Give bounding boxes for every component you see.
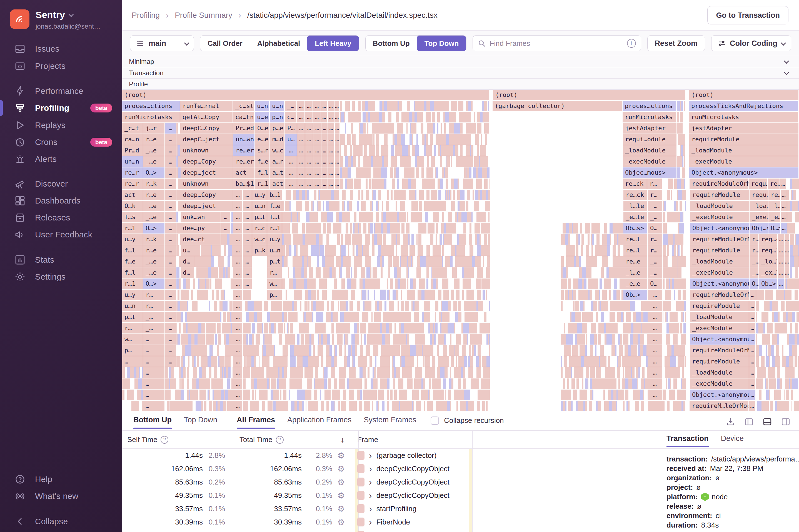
tab-top-down[interactable]: Top Down [184, 416, 217, 429]
flame-frame[interactable]: _e…le [624, 212, 648, 223]
flame-frames-cluster[interactable] [176, 123, 181, 134]
flame-frame[interactable]: … [749, 345, 756, 356]
flame-frame[interactable]: Pr…ed [234, 123, 255, 134]
flame-frames-cluster[interactable] [282, 290, 490, 300]
flame-frame[interactable]: deep…ject [181, 167, 234, 178]
flame-frame[interactable]: O… [749, 279, 759, 289]
collapse-recursion-checkbox[interactable] [431, 417, 439, 425]
flame-frame[interactable]: s…r [255, 145, 270, 156]
flame-frames-cluster[interactable] [165, 401, 181, 411]
flame-frame[interactable]: u…n [270, 101, 285, 111]
flame-frame[interactable]: _loadModule [690, 201, 749, 211]
flame-frame[interactable]: … [143, 390, 165, 400]
flame-frames-cluster[interactable] [663, 234, 678, 245]
flame-frame[interactable]: p…t [122, 312, 143, 322]
flame-frame[interactable]: _… [648, 201, 663, 211]
flame-frames-cluster[interactable] [678, 201, 686, 211]
flame-frame[interactable]: proces…ctions [122, 101, 180, 111]
flame-frames-cluster[interactable] [230, 223, 234, 233]
flame-frame[interactable]: … [243, 212, 252, 223]
sidebar-item-user-feedback[interactable]: User Feedback [0, 227, 122, 242]
flame-frame[interactable]: u…y [267, 234, 282, 245]
flame-frame[interactable]: … [648, 334, 663, 345]
flame-frame[interactable]: b…1 [267, 190, 282, 200]
flame-frame[interactable]: _…e [143, 212, 165, 223]
flame-frames-cluster[interactable] [165, 367, 181, 378]
flame-frame[interactable]: Object.<anonymous> [690, 223, 749, 233]
flame-frame[interactable]: a…t [270, 167, 285, 178]
flame-frame[interactable]: r…c [252, 223, 267, 233]
flame-frames-cluster[interactable] [176, 312, 181, 322]
flame-frames-cluster[interactable] [282, 267, 490, 278]
flame-frame[interactable]: unknown [181, 178, 234, 189]
flame-frame[interactable]: … [234, 223, 243, 233]
frame-cell[interactable]: ›FiberNode [350, 517, 658, 527]
flame-frame[interactable]: … [165, 234, 176, 245]
flame-frame[interactable]: r…e [143, 134, 165, 145]
tab-application-frames[interactable]: Application Frames [287, 416, 351, 429]
flame-frames-cluster[interactable] [677, 378, 686, 389]
flame-frames-cluster[interactable] [282, 256, 490, 267]
flame-frames-cluster[interactable] [340, 112, 489, 122]
flame-frame[interactable]: … [243, 256, 252, 267]
flame-frames-cluster[interactable] [756, 290, 799, 300]
sidebar-item-alerts[interactable]: Alerts [0, 151, 122, 167]
flame-frame[interactable]: (root) [689, 90, 799, 100]
flame-frame[interactable]: … [334, 112, 340, 122]
flame-frame[interactable]: ca…n [122, 134, 143, 145]
flame-frames-cluster[interactable] [678, 212, 686, 223]
flame-frame[interactable]: … [234, 245, 243, 256]
expand-chevron-icon[interactable]: › [369, 517, 372, 527]
flame-frame[interactable]: … [143, 378, 165, 389]
flame-frames-cluster[interactable] [181, 290, 234, 300]
flame-frames-cluster[interactable] [663, 356, 677, 367]
flame-frames-cluster[interactable] [243, 301, 490, 311]
flame-frame[interactable]: … [335, 134, 340, 145]
flame-frames-cluster[interactable] [176, 245, 181, 256]
flame-frame[interactable]: O…> [143, 279, 165, 289]
flame-frames-cluster[interactable] [181, 401, 234, 411]
flame-frames-cluster[interactable] [176, 212, 181, 223]
section-header-profile[interactable]: Profile [122, 79, 799, 90]
sidebar-item-performance[interactable]: Performance [0, 83, 122, 99]
expand-chevron-icon[interactable]: › [369, 504, 372, 513]
flame-frame[interactable]: Object.<anonymous> [689, 167, 799, 178]
flame-frame[interactable]: … [328, 178, 335, 189]
flame-frame[interactable]: … [313, 101, 321, 111]
flame-frame[interactable]: requireModule [690, 356, 749, 367]
flame-frame[interactable]: _… [285, 101, 297, 111]
flame-frame[interactable]: _ex…le [759, 267, 778, 278]
flame-frames-cluster[interactable] [176, 334, 181, 345]
flame-frames-cluster[interactable] [663, 245, 678, 256]
export-download-icon[interactable] [726, 417, 736, 427]
flame-frame[interactable]: w… [267, 279, 282, 289]
flame-frames-cluster[interactable] [282, 234, 490, 245]
total-time-header[interactable]: Total Time ? ↓ [236, 435, 350, 444]
flame-frames-cluster[interactable] [176, 201, 181, 211]
flame-frame[interactable]: u…y [122, 234, 143, 245]
flame-frame[interactable]: p… [267, 290, 282, 300]
flame-frames-cluster[interactable] [176, 356, 181, 367]
gear-icon[interactable]: ⚙ [332, 464, 350, 474]
flame-frame[interactable]: … [784, 245, 790, 256]
flame-frame[interactable]: … [165, 145, 176, 156]
flame-frame[interactable]: f…l [122, 267, 143, 278]
flame-frame[interactable]: Pr…d [122, 145, 143, 156]
flame-frames-cluster[interactable] [561, 234, 624, 245]
flame-frame[interactable]: … [285, 145, 297, 156]
flame-frame[interactable]: u…n [267, 245, 282, 256]
flame-frames-cluster[interactable] [176, 145, 181, 156]
flame-frame[interactable]: … [335, 156, 340, 167]
flame-frames-cluster[interactable] [787, 212, 799, 223]
flame-frame[interactable]: … [165, 345, 176, 356]
flame-frame[interactable]: … [784, 256, 790, 267]
flame-frame[interactable]: … [221, 223, 230, 233]
flame-frame[interactable]: u…e [255, 112, 270, 122]
flame-frames-cluster[interactable] [663, 301, 677, 311]
section-header-transaction[interactable]: Transaction [122, 68, 799, 79]
flame-frame[interactable]: … [749, 356, 756, 367]
flame-frame[interactable]: deepC…Copy [181, 123, 234, 134]
flame-frame[interactable]: … [648, 390, 663, 400]
flame-frame[interactable]: … [165, 245, 176, 256]
sidebar-item-profiling[interactable]: Profilingbeta [0, 100, 122, 116]
